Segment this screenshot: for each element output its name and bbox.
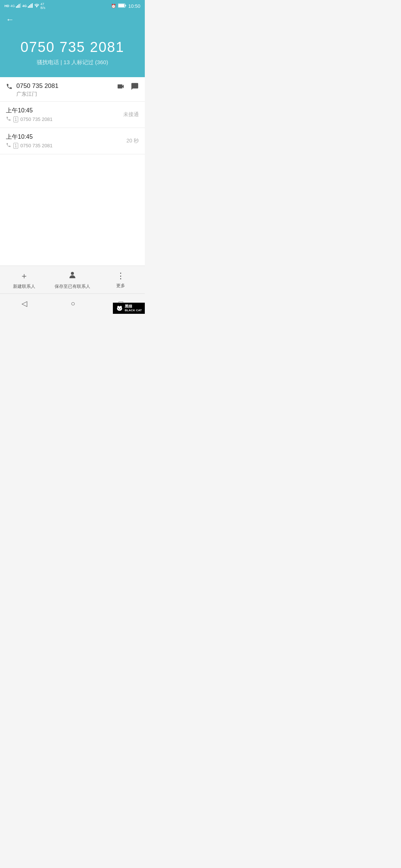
phone-icon [6,83,13,92]
call-record-1-left: 上午10:45 1 0750 735 2081 [6,107,52,122]
call-detail-1: 1 0750 735 2081 [6,116,52,122]
contact-info: 0750 735 2081 广东江门 [6,82,58,98]
save-to-existing-button[interactable]: 保存至已有联系人 [48,270,97,290]
new-contact-label: 新建联系人 [13,283,35,290]
contact-detail: 0750 735 2081 广东江门 [16,82,58,98]
contact-section: 0750 735 2081 广东江门 [0,77,145,102]
call-record-2: 上午10:45 1 0750 735 2081 20 秒 [0,128,145,154]
svg-rect-5 [29,5,30,8]
video-call-icon[interactable] [117,82,125,93]
svg-rect-1 [17,5,19,8]
wifi-icon [34,3,39,9]
signal-bars-2 [28,3,33,9]
watermark: 黑猫 BLACK CAT [113,303,145,314]
call-status-1: 未接通 [123,111,139,118]
contact-row: 0750 735 2081 广东江门 [6,82,139,98]
svg-point-16 [118,308,119,309]
sim-icon-2: 1 [13,143,18,149]
speed-text: 47B/s [40,2,45,10]
signal-4g-1: 4G [10,4,15,8]
svg-point-8 [36,7,37,7]
back-nav-button[interactable]: ◁ [14,297,35,310]
bottom-toolbar: ＋ 新建联系人 保存至已有联系人 ⋮ 更多 [0,266,145,293]
sim-icon-1: 1 [13,116,18,122]
network-indicator: HD [4,4,9,8]
empty-space [0,154,145,266]
svg-rect-2 [19,4,20,8]
svg-rect-3 [20,3,21,8]
message-icon[interactable] [131,82,139,93]
call-detail-2: 1 0750 735 2081 [6,142,52,149]
more-button[interactable]: ⋮ 更多 [97,271,145,289]
black-cat-chinese: 黑猫 [125,304,142,309]
watermark-text: 黑猫 BLACK CAT [125,304,142,312]
contact-actions [117,82,139,93]
svg-rect-4 [28,6,29,8]
more-label: 更多 [116,283,125,289]
call-number-2: 0750 735 2081 [20,143,53,148]
svg-point-17 [120,308,121,309]
black-cat-english: BLACK CAT [125,309,142,312]
status-left: HD 4G 4G [4,2,45,10]
contact-number: 0750 735 2081 [16,82,58,90]
svg-rect-0 [16,6,17,8]
call-record-2-left: 上午10:45 1 0750 735 2081 [6,133,52,149]
svg-point-12 [71,272,74,275]
call-number-1: 0750 735 2081 [20,116,53,122]
svg-rect-7 [32,3,33,8]
battery-icon [118,3,126,9]
status-right: ⏰ 10:50 [111,3,140,9]
svg-rect-10 [118,4,124,7]
call-status-2: 20 秒 [127,138,139,144]
call-time-2: 上午10:45 [6,133,52,141]
save-contact-label: 保存至已有联系人 [55,283,90,290]
header-area: ← 0750 735 2081 骚扰电话 | 13 人标记过 (360) [0,11,145,77]
phone-tag: 骚扰电话 | 13 人标记过 (360) [6,59,139,66]
svg-point-15 [120,306,122,308]
svg-point-14 [117,306,119,308]
call-time-1: 上午10:45 [6,107,52,115]
new-contact-button[interactable]: ＋ 新建联系人 [0,270,48,290]
svg-rect-11 [125,5,126,6]
person-icon [68,270,77,282]
call-icon-2 [6,142,11,149]
add-icon: ＋ [20,270,28,282]
hero-phone-number: 0750 735 2081 [6,39,139,55]
network-indicator-2: 4G [22,4,27,8]
time-display: 10:50 [128,3,140,9]
back-button[interactable]: ← [6,15,14,24]
nav-bar: ◁ ○ □ 黑猫 BLACK CAT [0,293,145,314]
more-icon: ⋮ [117,271,125,281]
svg-rect-6 [30,4,32,8]
contact-location: 广东江门 [16,91,58,98]
main-content: 0750 735 2081 广东江门 上午10:45 [0,77,145,266]
home-nav-button[interactable]: ○ [63,297,82,310]
signal-bars-1 [16,3,21,9]
alarm-icon: ⏰ [111,4,116,9]
status-bar: HD 4G 4G [0,0,145,11]
call-record-1: 上午10:45 1 0750 735 2081 未接通 [0,102,145,128]
call-icon-1 [6,116,11,122]
